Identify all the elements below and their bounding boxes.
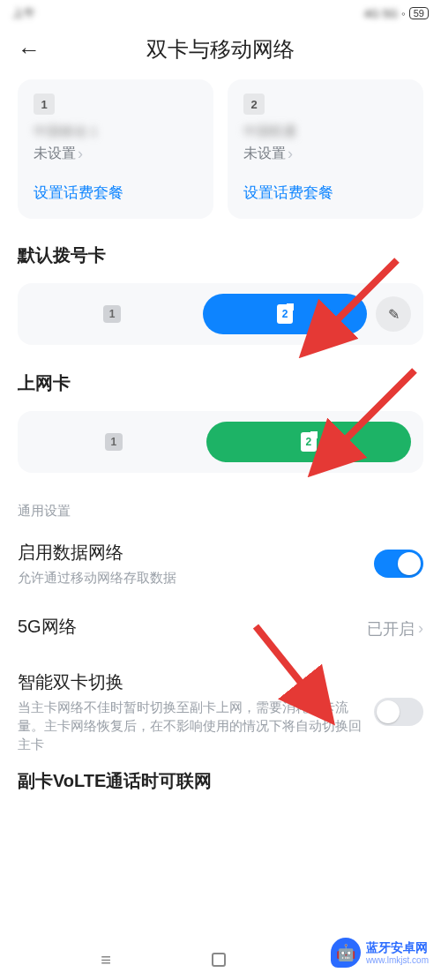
nav-home-button[interactable] [212,953,226,967]
general-subhead: 通用设置 [18,503,423,520]
chevron-right-icon: › [78,145,83,163]
volte-row-title: 副卡VoLTE通话时可联网 [18,769,423,793]
dial-badge-1: 1 [103,305,121,323]
status-bar: 上午 4G 5G ◦ 59 [0,0,441,26]
sim-badge-1: 1 [34,94,55,115]
wifi-icon: ◦ [401,7,406,20]
nav-menu-button[interactable]: ≡ [101,950,111,970]
sim-card-2[interactable]: 2 中国联通 未设置 › 设置话费套餐 [228,79,423,219]
smart-switch-toggle[interactable] [374,698,423,726]
sim-icon: 2 [301,432,317,452]
enable-data-row[interactable]: 启用数据网络 允许通过移动网络存取数据 [18,532,423,606]
watermark: 🤖 蓝牙安卓网 www.lmkjst.com [331,938,429,968]
data-badge-1: 1 [105,433,123,451]
enable-data-sub: 允许通过移动网络存取数据 [18,568,374,587]
sim-plan-link-2[interactable]: 设置话费套餐 [243,183,407,203]
sim-card-1[interactable]: 1 中国移动 1 未设置 › 设置话费套餐 [18,79,213,219]
watermark-icon: 🤖 [331,938,361,968]
sim-badge-2: 2 [243,94,265,115]
five-g-value: 已开启 [367,618,415,640]
sim-status-1: 未设置 › [34,145,198,163]
smart-switch-title: 智能双卡切换 [18,670,374,694]
page-title: 双卡与移动网络 [53,35,388,64]
watermark-url: www.lmkjst.com [366,955,429,965]
status-signals: 4G 5G [364,7,398,20]
page-header: ← 双卡与移动网络 [0,26,441,79]
status-time: 上午 [12,5,35,21]
enable-data-title: 启用数据网络 [18,541,374,565]
pencil-icon: ✎ [388,306,400,323]
smart-switch-row[interactable]: 智能双卡切换 当主卡网络不佳时暂时切换至副卡上网，需要消耗副卡流量。主卡网络恢复… [18,662,423,766]
data-option-2[interactable]: 2 [206,422,411,462]
dial-option-1[interactable]: 1 [30,294,194,334]
back-button[interactable]: ← [18,36,53,64]
chevron-right-icon: › [418,619,423,638]
data-option-1[interactable]: 1 [30,422,198,462]
sim-icon: 2 [277,304,293,324]
battery-badge: 59 [409,7,429,19]
five-g-row[interactable]: 5G网络 已开启 › [18,606,423,662]
smart-switch-sub: 当主卡网络不佳时暂时切换至副卡上网，需要消耗副卡流量。主卡网络恢复后，在不影响使… [18,698,374,753]
data-sim-selector: 1 2 [18,411,423,473]
dial-option-2[interactable]: 2 [203,294,367,334]
five-g-title: 5G网络 [18,615,367,639]
sim-cards-row: 1 中国移动 1 未设置 › 设置话费套餐 2 中国联通 未设置 › 设置话费套… [18,79,423,219]
sim-carrier-2: 中国联通 [243,123,407,141]
data-sim-title: 上网卡 [18,371,423,395]
sim-plan-link-1[interactable]: 设置话费套餐 [34,183,198,203]
default-dial-title: 默认拨号卡 [18,243,423,267]
sim-carrier-1: 中国移动 1 [34,123,198,141]
dial-edit-button[interactable]: ✎ [376,296,411,332]
default-dial-selector: 1 2 ✎ [18,283,423,345]
watermark-name: 蓝牙安卓网 [366,940,429,955]
chevron-right-icon: › [288,145,293,163]
enable-data-toggle[interactable] [374,550,423,578]
sim-status-2: 未设置 › [243,145,407,163]
